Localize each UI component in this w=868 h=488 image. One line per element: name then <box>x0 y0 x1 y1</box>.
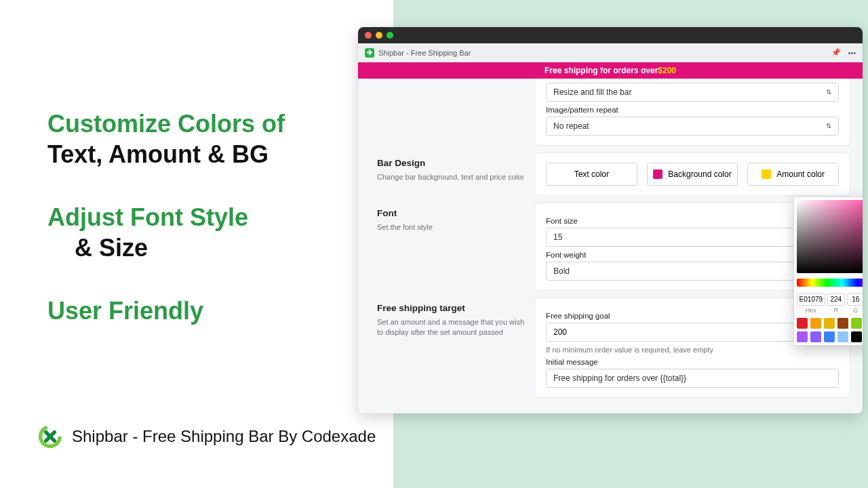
goal-help: If no minimum order value is required, l… <box>546 346 839 354</box>
font-desc: Set the font style <box>377 222 525 232</box>
image-settings-card: Resize and fill the bar ⇅ Image/pattern … <box>534 79 850 146</box>
swatch-icon[interactable] <box>837 331 848 342</box>
headline-1: Customize Colors of Text, Amount & BG <box>47 108 346 169</box>
traffic-close-icon[interactable] <box>365 32 372 39</box>
section-target: Free shipping target Set an amount and a… <box>370 298 850 398</box>
chevron-updown-icon: ⇅ <box>826 123 831 129</box>
hue-slider[interactable] <box>797 279 863 287</box>
repeat-label: Image/pattern repeat <box>546 106 839 114</box>
preset-swatches <box>797 318 863 342</box>
brand-text: Shipbar - Free Shipping Bar By Codexade <box>72 427 376 446</box>
color-picker-popover[interactable]: Hex R G B A <box>793 197 863 346</box>
r-label: R <box>827 307 845 314</box>
resize-select[interactable]: Resize and fill the bar ⇅ <box>546 83 839 102</box>
repeat-select[interactable]: No repeat ⇅ <box>546 117 839 136</box>
bg-color-label: Background color <box>668 169 731 179</box>
chevron-updown-icon: ⇅ <box>826 89 831 96</box>
headline-2-green: Adjust Font Style <box>47 203 248 231</box>
traffic-min-icon[interactable] <box>376 32 382 39</box>
headline-1-green: Customize Colors of <box>47 110 285 138</box>
amount-color-swatch-icon <box>762 169 771 179</box>
headline-1-black: Text, Amount & BG <box>47 140 269 168</box>
font-title: Font <box>377 208 525 218</box>
shipping-bar-preview: Free shipping for orders over $200 <box>358 62 863 79</box>
msg-value: Free shipping for orders over {{total}} <box>553 373 686 383</box>
g-input[interactable] <box>847 293 863 306</box>
shipbar-text: Free shipping for orders over <box>545 66 658 75</box>
font-size-value: 15 <box>553 232 562 242</box>
bar-design-desc: Change bar background, text and price co… <box>377 172 525 182</box>
headline-2-black: & Size <box>47 234 148 262</box>
swatch-icon[interactable] <box>851 318 862 329</box>
section-bar-design: Bar Design Change bar background, text a… <box>370 152 850 196</box>
hex-input[interactable] <box>797 293 825 306</box>
browser-tabbar: ✚ Shipbar - Free Shipping Bar 📌 ••• <box>358 43 863 62</box>
text-color-label: Text color <box>574 169 609 179</box>
tab-more-icon[interactable]: ••• <box>848 49 856 57</box>
app-favicon-icon: ✚ <box>365 48 374 58</box>
swatch-icon[interactable] <box>810 331 821 342</box>
codexade-logo-icon <box>38 424 62 449</box>
saturation-value-area[interactable] <box>797 200 863 273</box>
marketing-copy: Customize Colors of Text, Amount & BG Ad… <box>47 108 346 359</box>
repeat-select-value: No repeat <box>553 121 589 131</box>
hex-label: Hex <box>797 307 825 314</box>
swatch-icon[interactable] <box>797 331 808 342</box>
traffic-max-icon[interactable] <box>387 32 393 39</box>
font-weight-value: Bold <box>553 266 570 276</box>
swatch-icon[interactable] <box>797 318 808 329</box>
bg-color-swatch-icon <box>653 169 663 179</box>
swatch-icon[interactable] <box>851 331 862 342</box>
swatch-icon[interactable] <box>837 318 848 329</box>
swatch-icon[interactable] <box>810 318 821 329</box>
amount-color-label: Amount color <box>776 169 825 179</box>
swatch-icon[interactable] <box>824 331 835 342</box>
goal-value: 200 <box>546 323 827 342</box>
target-title: Free shipping target <box>377 303 525 313</box>
g-label: G <box>847 307 863 314</box>
pin-icon[interactable]: 📌 <box>831 48 841 57</box>
amount-color-button[interactable]: Amount color <box>747 163 839 186</box>
window-titlebar[interactable] <box>358 27 863 43</box>
msg-label: Initial message <box>546 358 839 366</box>
section-font: Font Set the font style Font size 15 ⇅ F… <box>370 203 850 291</box>
bar-design-title: Bar Design <box>377 158 525 168</box>
text-color-button[interactable]: Text color <box>546 163 637 186</box>
tab-title: Shipbar - Free Shipping Bar <box>378 49 471 57</box>
resize-select-value: Resize and fill the bar <box>553 87 631 97</box>
brand-row: Shipbar - Free Shipping Bar By Codexade <box>38 424 376 449</box>
headline-2: Adjust Font Style & Size <box>47 202 346 263</box>
settings-content: Resize and fill the bar ⇅ Image/pattern … <box>358 79 863 413</box>
headline-3-green: User Friendly <box>47 297 203 325</box>
background-color-button[interactable]: Background color <box>647 163 738 186</box>
initial-message-input[interactable]: Free shipping for orders over {{total}} <box>546 369 839 388</box>
shipbar-amount: $200 <box>658 66 676 75</box>
target-desc: Set an amount and a message that you wis… <box>377 317 525 338</box>
swatch-icon[interactable] <box>824 318 835 329</box>
app-window: ✚ Shipbar - Free Shipping Bar 📌 ••• Free… <box>358 27 863 413</box>
headline-3: User Friendly <box>47 296 346 326</box>
r-input[interactable] <box>827 293 845 306</box>
